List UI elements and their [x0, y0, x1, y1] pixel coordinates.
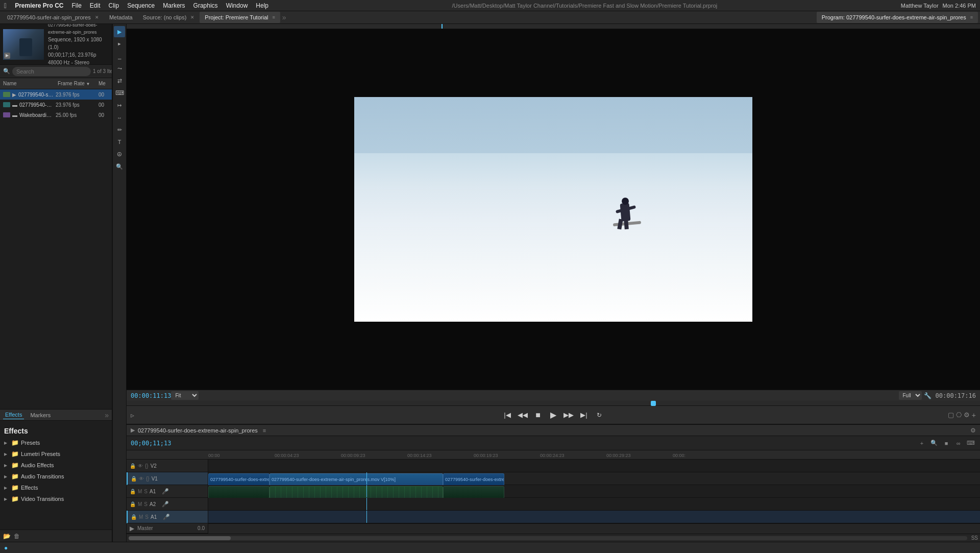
- go-back-icon[interactable]: ◀◀: [517, 409, 529, 421]
- tl-a1b-lock-icon[interactable]: 🔒: [131, 514, 137, 520]
- tab-project-close-icon[interactable]: ≡: [272, 15, 275, 20]
- thumbnail-play-icon[interactable]: ▶: [4, 53, 10, 59]
- clip-menu[interactable]: Clip: [109, 2, 119, 9]
- tl-add-track-icon[interactable]: +: [917, 438, 927, 448]
- tool-zoom[interactable]: 🔍: [114, 161, 125, 172]
- go-forward-icon[interactable]: ▶▶: [562, 409, 575, 421]
- file-menu[interactable]: File: [72, 2, 82, 9]
- tool-type[interactable]: T: [114, 136, 125, 148]
- tool-ripple-edit[interactable]: ⎯: [114, 51, 125, 62]
- tl-a1b-mute-icon[interactable]: M: [139, 514, 143, 520]
- video-clip-1[interactable]: 027799540-surfer-does-extreme-air-spin_p…: [270, 473, 443, 486]
- timeline-tab-close-icon[interactable]: ≡: [263, 427, 266, 434]
- tab-source[interactable]: Source: (no clips) ✕: [138, 12, 200, 23]
- add-marker-icon[interactable]: ▹: [131, 411, 134, 419]
- search-input[interactable]: [12, 67, 91, 76]
- tl-v2-sync-icon[interactable]: {}: [145, 463, 149, 469]
- tool-track-select[interactable]: ►: [114, 38, 125, 50]
- tab-markers[interactable]: Markers: [28, 411, 53, 419]
- video-clip-2[interactable]: 027799540-surfer-does-extreme-air: [443, 473, 504, 486]
- export-icon[interactable]: ⎔: [956, 411, 962, 419]
- effects-item-video-transitions[interactable]: ▶ 📁 Video Transitions: [2, 493, 110, 504]
- timeline-timecode[interactable]: 00;00;11;13: [131, 440, 171, 447]
- timeline-settings-icon[interactable]: ⚙: [970, 427, 976, 434]
- tab-close-icon[interactable]: ✕: [95, 15, 99, 20]
- apple-logo-icon[interactable]: : [4, 2, 7, 10]
- tool-rolling-edit[interactable]: ⤳: [114, 63, 125, 74]
- fit-select[interactable]: Fit 25% 50% 75% 100%: [171, 391, 199, 400]
- video-clip-0[interactable]: 027799540-surfer-does-extreme-air-spin-e…: [208, 473, 270, 486]
- tl-a1-lock-icon[interactable]: 🔒: [130, 489, 136, 494]
- audio-clip-1[interactable]: [270, 486, 443, 498]
- tool-slip[interactable]: ↦: [114, 100, 125, 111]
- tl-a1-solo-icon[interactable]: S: [144, 489, 148, 494]
- tool-hand[interactable]: ☮: [114, 149, 125, 160]
- wrench-icon[interactable]: 🔧: [924, 392, 932, 399]
- tl-a1-eye-icon[interactable]: M: [138, 489, 142, 494]
- tl-a1b-mic-icon[interactable]: 🎤: [163, 514, 170, 520]
- tool-rate-stretch[interactable]: ⇄: [114, 75, 125, 86]
- tab-program-monitor[interactable]: Program: 027799540-surfer-does-extreme-a…: [817, 12, 978, 23]
- effects-item-lumetri[interactable]: ▶ 📁 Lumetri Presets: [2, 448, 110, 460]
- program-scrubber[interactable]: [127, 401, 980, 406]
- tl-a2-mic-icon[interactable]: 🎤: [162, 501, 169, 508]
- loop-btn[interactable]: ↻: [593, 409, 605, 421]
- tool-slide[interactable]: ↔: [114, 112, 125, 123]
- window-menu[interactable]: Window: [226, 2, 248, 9]
- effects-panel-menu-icon[interactable]: »: [105, 411, 109, 419]
- quality-select[interactable]: Full 1/2 1/4: [899, 391, 922, 400]
- tab-program-close-icon[interactable]: ≡: [970, 15, 973, 20]
- tl-a1-mic-icon[interactable]: 🎤: [162, 488, 169, 495]
- edit-menu[interactable]: Edit: [90, 2, 101, 9]
- tool-razor[interactable]: ⌨: [114, 87, 125, 99]
- tl-v2-eye-icon[interactable]: 👁: [138, 463, 143, 469]
- tab-source-close-icon[interactable]: ✕: [190, 15, 194, 20]
- effects-item-audio-transitions[interactable]: ▶ 📁 Audio Transitions: [2, 471, 110, 482]
- tl-search-icon[interactable]: 🔍: [929, 438, 939, 448]
- tl-snap-icon[interactable]: ■: [941, 438, 951, 448]
- tl-a1b-solo-icon[interactable]: S: [145, 514, 149, 520]
- stop-btn[interactable]: ■: [532, 409, 544, 421]
- tab-air-spin[interactable]: 027799540-surfer-air-spin_prores ✕: [2, 12, 104, 23]
- tab-metadata[interactable]: Metadata: [104, 12, 138, 23]
- tl-v2-lock-icon[interactable]: 🔒: [130, 463, 136, 469]
- delete-icon[interactable]: 🗑: [14, 533, 20, 540]
- graphics-menu[interactable]: Graphics: [193, 2, 218, 9]
- step-back-icon[interactable]: |◀: [501, 409, 513, 421]
- tool-pen[interactable]: ✏: [114, 124, 125, 135]
- safe-margins-icon[interactable]: ▢: [948, 411, 954, 419]
- program-timecode[interactable]: 00:00:11:13: [131, 392, 171, 399]
- step-forward-icon[interactable]: ▶|: [578, 409, 590, 421]
- timeline-scrollbar[interactable]: [129, 536, 967, 540]
- tl-linked-icon[interactable]: ∞: [953, 438, 964, 448]
- tl-v1-lock-icon[interactable]: 🔒: [131, 476, 137, 482]
- effects-item-presets[interactable]: ▶ 📁 Presets: [2, 437, 110, 448]
- tab-project[interactable]: Project: Premiere Tutorial ≡: [200, 12, 280, 23]
- tl-a2-mute-icon[interactable]: M: [138, 501, 142, 507]
- effects-item-effects[interactable]: ▶ 📁 Effects: [2, 482, 110, 493]
- audio-clip-0[interactable]: [208, 486, 270, 498]
- file-item-2[interactable]: ▬ Wakeboarding - 914.mp4 25.00 fps 00: [0, 110, 112, 120]
- file-item-1[interactable]: ▬ 027799540-surfer-does-extreme-air-spin…: [0, 100, 112, 110]
- master-expand-icon[interactable]: ▶: [130, 525, 134, 532]
- source-scrubber[interactable]: [127, 24, 980, 29]
- tab-effects[interactable]: Effects: [3, 411, 24, 419]
- add-panel-icon[interactable]: +: [972, 411, 976, 419]
- file-item-0[interactable]: ▶ 027799540-surfer-does-extreme-air-spin…: [0, 89, 112, 100]
- effects-item-audio-effects[interactable]: ▶ 📁 Audio Effects: [2, 460, 110, 471]
- help-menu[interactable]: Help: [256, 2, 268, 9]
- tl-razor-icon[interactable]: ⌨: [966, 438, 976, 448]
- tl-v1-sync-icon[interactable]: {}: [146, 476, 150, 482]
- sequence-menu[interactable]: Sequence: [127, 2, 155, 9]
- markers-menu[interactable]: Markers: [163, 2, 185, 9]
- tl-a2-solo-icon[interactable]: S: [144, 501, 148, 507]
- new-bin-icon[interactable]: 📂: [3, 533, 11, 540]
- tabs-overflow-icon[interactable]: »: [282, 13, 286, 21]
- settings-icon[interactable]: ⚙: [964, 411, 970, 419]
- tl-v1-eye-icon[interactable]: 👁: [139, 476, 144, 482]
- audio-clip-2[interactable]: [443, 486, 504, 498]
- play-btn[interactable]: ▶: [547, 409, 559, 421]
- tl-a2-lock-icon[interactable]: 🔒: [130, 501, 136, 507]
- tool-select[interactable]: ▶: [114, 26, 125, 37]
- app-name-menu[interactable]: Premiere Pro CC: [15, 2, 63, 9]
